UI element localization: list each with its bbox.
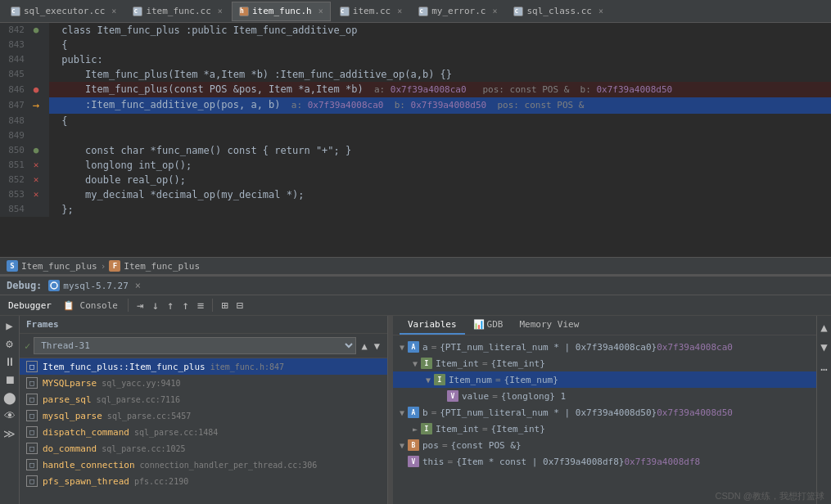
var-toggle-6[interactable]: ▼ xyxy=(396,441,408,450)
line-gutter-852: 852✕ xyxy=(0,173,49,187)
frame-item-4[interactable]: □dispatch_command sql_parse.cc:1484 xyxy=(20,424,387,440)
evaluate-icon[interactable]: ≡ xyxy=(194,297,207,313)
tab-sql_executor[interactable]: csql_executor.cc× xyxy=(3,2,124,21)
step-into-icon[interactable]: ↓ xyxy=(148,297,161,313)
thread-arrows: ▲ ▼ xyxy=(359,340,382,353)
code-line-845: 845 Item_func_plus(Item *a,Item *b) :Ite… xyxy=(0,67,831,82)
var-icon-5: I xyxy=(421,423,432,434)
watch-icon[interactable]: 👁 xyxy=(4,409,16,422)
line-num-847: 847 xyxy=(0,98,29,113)
var-eq-2: = xyxy=(495,375,501,385)
line-content-851: longlong int_op(); xyxy=(49,158,831,173)
frame-file-1: sql_yacc.yy:9410 xyxy=(102,379,180,388)
frame-item-3[interactable]: □mysql_parse sql_parse.cc:5457 xyxy=(20,407,387,424)
line-num-853: 853 xyxy=(0,187,29,202)
var-icon-4: A xyxy=(408,407,419,418)
more-right-icon[interactable]: … xyxy=(817,358,830,375)
tab-bar: csql_executor.cc×citem_func.cc×hitem_fun… xyxy=(0,0,831,23)
code-line-849: 849 xyxy=(0,128,831,143)
step-out-icon[interactable]: ↑ xyxy=(164,297,177,313)
frame-icon-3: □ xyxy=(26,410,38,421)
tab-icon-item_cc: c xyxy=(340,7,350,16)
tab-close-item_func_cc[interactable]: × xyxy=(218,7,223,16)
step-over-icon[interactable]: ⇥ xyxy=(133,297,147,313)
frame-icon-7: □ xyxy=(26,475,38,487)
var-toggle-2[interactable]: ▼ xyxy=(422,376,434,385)
expand-right-icon[interactable]: ▼ xyxy=(817,339,830,355)
line-content-844: public: xyxy=(49,52,831,67)
line-marker-851: ✕ xyxy=(29,158,43,173)
settings-icon[interactable]: ⊟ xyxy=(233,297,246,313)
var-item-6[interactable]: ▼Bpos={const POS &} xyxy=(393,437,816,453)
var-eq-5: = xyxy=(482,424,488,434)
more-icon[interactable]: ≫ xyxy=(3,427,16,440)
var-val-4: {PTI_num_literal_num * | 0x7f39a4008d50} xyxy=(440,407,657,418)
breakpoint-icon[interactable]: ⬤ xyxy=(3,391,16,404)
pause-icon[interactable]: ⏸ xyxy=(4,355,16,368)
line-gutter-842: 842● xyxy=(0,23,49,38)
tab-label-item_func_h: item_func.h xyxy=(252,6,312,16)
frame-name-7: pfs_spawn_thread xyxy=(43,476,129,487)
tab-my_error[interactable]: cmy_error.c× xyxy=(411,2,504,21)
var-item-5[interactable]: ►IItem_int={Item_int} xyxy=(393,421,816,437)
var-name-6: pos xyxy=(422,440,439,451)
var-item-4[interactable]: ▼Ab={PTI_num_literal_num * | 0x7f39a4008… xyxy=(393,404,816,421)
tab-icon-sql_executor: c xyxy=(11,7,20,16)
stop-icon[interactable]: ⏹ xyxy=(4,373,16,386)
var-tab-0[interactable]: Variables xyxy=(400,316,465,335)
line-gutter-846: 846● xyxy=(0,82,49,97)
var-tab-1[interactable]: 📊GDB xyxy=(465,316,512,335)
tab-close-item_func_h[interactable]: × xyxy=(318,7,323,16)
console-tab[interactable]: 📋 Console xyxy=(58,299,123,313)
debug-right-tools: ▲ ▼ … xyxy=(816,316,831,504)
collapse-right-icon[interactable]: ▲ xyxy=(817,319,830,335)
tab-close-item_cc[interactable]: × xyxy=(397,7,402,16)
frame-file-0: item_func.h:847 xyxy=(210,362,284,371)
thread-prev-icon[interactable]: ▲ xyxy=(359,340,370,353)
step-icon[interactable]: ⚙ xyxy=(6,337,12,350)
var-item-3[interactable]: Vvalue={longlong} 1 xyxy=(393,388,816,404)
var-toggle-1[interactable]: ▼ xyxy=(409,359,421,368)
var-toggle-4[interactable]: ▼ xyxy=(396,408,408,417)
line-content-848: { xyxy=(49,114,831,128)
var-item-0[interactable]: ▼Aa={PTI_num_literal_num * | 0x7f39a4008… xyxy=(393,339,816,355)
thread-next-icon[interactable]: ▼ xyxy=(372,340,382,353)
tab-close-sql_executor[interactable]: × xyxy=(111,7,116,16)
debugger-tab[interactable]: Debugger xyxy=(3,299,56,313)
restore-layout-icon[interactable]: ⊞ xyxy=(218,297,231,313)
tab-close-sql_class[interactable]: × xyxy=(598,7,603,16)
session-close-icon[interactable]: × xyxy=(135,280,141,291)
var-toggle-5[interactable]: ► xyxy=(409,425,421,434)
frame-item-6[interactable]: □handle_connection connection_handler_pe… xyxy=(20,457,387,473)
debug-title: Debug: xyxy=(7,280,42,291)
frame-item-2[interactable]: □parse_sql sql_parse.cc:7116 xyxy=(20,391,387,407)
frame-item-7[interactable]: □pfs_spawn_thread pfs.cc:2190 xyxy=(20,473,387,489)
var-val-3: {longlong} 1 xyxy=(501,391,566,402)
line-gutter-853: 853✕ xyxy=(0,187,49,202)
line-gutter-848: 848 xyxy=(0,114,49,128)
tab-item_cc[interactable]: citem.cc× xyxy=(332,2,409,21)
var-val-6: {const POS &} xyxy=(451,440,522,451)
frame-item-1[interactable]: □MYSQLparse sql_yacc.yy:9410 xyxy=(20,375,387,391)
tab-item_func_h[interactable]: hitem_func.h× xyxy=(232,2,331,21)
frame-file-6: connection_handler_per_thread.cc:306 xyxy=(140,461,318,470)
frame-item-0[interactable]: □Item_func_plus::Item_func_plus item_fun… xyxy=(20,358,387,375)
resume-icon[interactable]: ▶ xyxy=(6,319,12,332)
breadcrumb-label-2: Item_func_plus xyxy=(124,261,200,272)
run-to-cursor-icon[interactable]: ↑ xyxy=(178,297,192,313)
line-marker-853: ✕ xyxy=(29,187,43,202)
var-toggle-0[interactable]: ▼ xyxy=(396,343,408,352)
tab-sql_class[interactable]: csql_class.cc× xyxy=(506,2,611,21)
variables-panel: Variables📊GDBMemory View ▼Aa={PTI_num_li… xyxy=(393,316,816,504)
tab-label-sql_class: sql_class.cc xyxy=(526,6,591,16)
var-item-1[interactable]: ▼IItem_int={Item_int} xyxy=(393,355,816,371)
var-val-0: {PTI_num_literal_num * | 0x7f39a4008ca0} xyxy=(440,342,657,353)
var-item-2[interactable]: ▼IItem_num={Item_num} xyxy=(393,371,816,388)
var-tab-2[interactable]: Memory View xyxy=(511,316,587,335)
tab-item_func_cc[interactable]: citem_func.cc× xyxy=(125,2,230,21)
frame-item-5[interactable]: □do_command sql_parse.cc:1025 xyxy=(20,440,387,457)
tab-close-my_error[interactable]: × xyxy=(492,7,497,16)
thread-select[interactable]: Thread-31 xyxy=(34,337,355,354)
var-item-7[interactable]: Vthis={Item * const | 0x7f39a4008df8} 0x… xyxy=(393,453,816,470)
frames-header: Frames xyxy=(20,316,387,334)
